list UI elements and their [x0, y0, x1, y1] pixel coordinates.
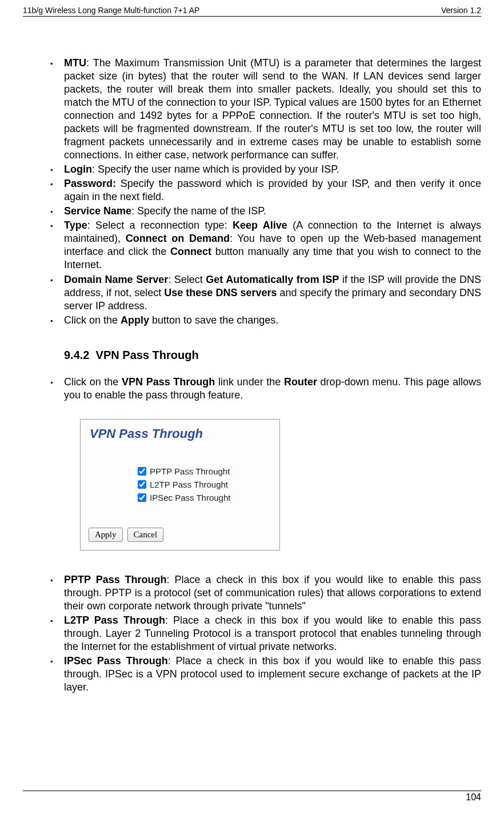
item-bold: Connect on Demand	[126, 233, 230, 244]
pptp-checkbox-row[interactable]: PPTP Pass Throught	[138, 466, 279, 476]
item-bold: Keep Alive	[233, 220, 287, 231]
cancel-button[interactable]: Cancel	[127, 528, 164, 542]
list-item: Service Name: Specify the name of the IS…	[46, 205, 481, 218]
pptp-checkbox-label: PPTP Pass Throught	[150, 466, 230, 476]
item-bold: Use these DNS servers	[164, 287, 277, 298]
item-bold: VPN Pass Through	[122, 376, 215, 388]
l2tp-checkbox[interactable]	[138, 480, 146, 489]
item-label: MTU	[64, 57, 86, 69]
bullet-list-bottom: PPTP Pass Through: Place a check in this…	[46, 573, 481, 694]
bullet-list-intro: Click on the VPN Pass Through link under…	[46, 376, 481, 402]
content-area: MTU: The Maximum Transmission Unit (MTU)…	[23, 57, 481, 694]
bullet-list-top: MTU: The Maximum Transmission Unit (MTU)…	[46, 57, 481, 327]
list-item: MTU: The Maximum Transmission Unit (MTU)…	[46, 57, 481, 162]
item-text: : Specify the name of the ISP.	[131, 205, 266, 217]
list-item: Click on the Apply button to save the ch…	[46, 314, 481, 327]
list-item: IPSec Pass Through: Place a check in thi…	[46, 655, 481, 694]
list-item: PPTP Pass Through: Place a check in this…	[46, 573, 481, 613]
l2tp-checkbox-row[interactable]: L2TP Pass Throught	[138, 480, 279, 489]
item-label: Login	[64, 163, 92, 175]
ipsec-checkbox[interactable]	[138, 493, 146, 502]
vpn-button-row: Apply Cancel	[81, 516, 279, 550]
vpn-pass-through-panel: VPN Pass Through PPTP Pass Throught L2TP…	[80, 419, 280, 550]
item-text: Click on the	[64, 314, 121, 326]
list-item: Login: Specify the user name which is pr…	[46, 163, 481, 176]
item-label: PPTP Pass Through	[64, 574, 167, 585]
ipsec-checkbox-row[interactable]: IPSec Pass Throught	[138, 493, 279, 502]
l2tp-checkbox-label: L2TP Pass Throught	[150, 480, 228, 489]
section-number: 9.4.2	[64, 349, 89, 361]
section-heading: 9.4.2 VPN Pass Through	[64, 349, 481, 362]
item-label: Type	[64, 220, 87, 231]
ipsec-checkbox-label: IPSec Pass Throught	[150, 493, 230, 502]
vpn-checkbox-group: PPTP Pass Throught L2TP Pass Throught IP…	[81, 444, 279, 516]
list-item: Click on the VPN Pass Through link under…	[46, 376, 481, 402]
header-left: 11b/g Wireless Long Range Multi-function…	[23, 6, 199, 15]
item-text: link under the	[215, 376, 284, 388]
item-text: Specify the password which is provided b…	[64, 178, 481, 202]
list-item: Type: Select a reconnection type: Keep A…	[46, 219, 481, 272]
apply-button[interactable]: Apply	[89, 528, 123, 542]
item-text: : Select a reconnection type:	[87, 220, 233, 231]
header-right: Version 1.2	[441, 6, 481, 15]
item-text: Click on the	[64, 376, 122, 388]
page-header: 11b/g Wireless Long Range Multi-function…	[23, 6, 481, 17]
item-text: : Specify the user name which is provide…	[92, 163, 339, 175]
item-bold: Apply	[121, 314, 149, 326]
item-label: Domain Name Server	[64, 274, 168, 285]
item-text: : Select	[168, 274, 206, 285]
item-text: button to save the changes.	[149, 314, 278, 326]
page-number: 104	[466, 792, 481, 802]
vpn-panel-title: VPN Pass Through	[81, 420, 279, 444]
item-label: Password:	[64, 178, 116, 189]
item-bold: Get Automatically from ISP	[206, 274, 339, 285]
list-item: Password: Specify the password which is …	[46, 177, 481, 204]
item-bold: Router	[284, 376, 317, 388]
page-footer: 104	[23, 791, 481, 803]
list-item: L2TP Pass Through: Place a check in this…	[46, 614, 481, 653]
list-item: Domain Name Server: Select Get Automatic…	[46, 273, 481, 313]
item-label: Service Name	[64, 205, 131, 217]
item-bold: Connect	[170, 246, 211, 257]
item-label: L2TP Pass Through	[64, 615, 165, 626]
item-text: : The Maximum Transmission Unit (MTU) is…	[64, 57, 481, 161]
pptp-checkbox[interactable]	[138, 467, 146, 476]
section-title: VPN Pass Through	[96, 349, 199, 361]
item-label: IPSec Pass Through	[64, 655, 168, 667]
